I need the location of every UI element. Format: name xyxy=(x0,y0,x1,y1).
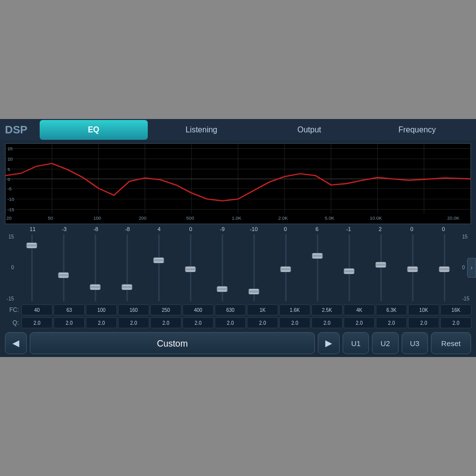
fc-cell-11[interactable]: 6.3K xyxy=(376,304,407,315)
fc-cell-1[interactable]: 63 xyxy=(54,304,85,315)
fader-handle-13[interactable] xyxy=(439,266,450,272)
q-label: Q: xyxy=(4,319,19,326)
fader-track-0[interactable] xyxy=(31,234,33,301)
fader-handle-2[interactable] xyxy=(90,284,101,290)
svg-text:2.0K: 2.0K xyxy=(278,216,288,221)
svg-text:15: 15 xyxy=(7,147,12,151)
reset-button[interactable]: Reset xyxy=(431,332,471,354)
fc-cell-4[interactable]: 250 xyxy=(150,304,181,315)
q-cell-6[interactable]: 2.0 xyxy=(215,317,246,328)
q-cell-11[interactable]: 2.0 xyxy=(376,317,407,328)
eq-graph[interactable]: 15 10 5 0 -5 -10 -15 20 50 100 200 500 1… xyxy=(5,143,471,224)
fc-cell-8[interactable]: 1.6K xyxy=(279,304,310,315)
fader-val-10: -1 xyxy=(333,226,364,232)
fader-handle-12[interactable] xyxy=(407,266,418,272)
fader-track-11[interactable] xyxy=(380,234,382,301)
fc-cell-10[interactable]: 4K xyxy=(344,304,375,315)
q-cell-5[interactable]: 2.0 xyxy=(182,317,214,328)
fader-track-3[interactable] xyxy=(126,234,128,301)
dsp-label: DSP xyxy=(5,123,35,136)
fader-track-2[interactable] xyxy=(95,234,96,301)
fc-cell-9[interactable]: 2.5K xyxy=(311,304,343,315)
fader-handle-6[interactable] xyxy=(217,286,228,292)
faders-container: 15 0 -15 xyxy=(0,232,476,303)
fader-track-8[interactable] xyxy=(285,234,287,301)
fc-cell-2[interactable]: 100 xyxy=(86,304,117,315)
q-cell-3[interactable]: 2.0 xyxy=(118,317,149,328)
app-container: DSP EQ Listening Output Frequency xyxy=(0,119,476,357)
svg-text:50: 50 xyxy=(48,216,53,221)
fader-col-9 xyxy=(301,232,333,303)
fader-track-9[interactable] xyxy=(317,234,318,301)
fader-handle-8[interactable] xyxy=(280,266,291,272)
fc-cell-3[interactable]: 160 xyxy=(118,304,149,315)
fader-handle-10[interactable] xyxy=(344,268,355,274)
fader-col-13 xyxy=(428,232,460,303)
fader-col-0 xyxy=(16,232,48,303)
q-cell-7[interactable]: 2.0 xyxy=(247,317,278,328)
fc-cell-0[interactable]: 40 xyxy=(21,304,53,315)
fader-track-10[interactable] xyxy=(349,234,350,301)
fader-val-3: -8 xyxy=(112,226,143,232)
fader-col-12 xyxy=(397,232,428,303)
fader-val-11: 2 xyxy=(364,226,396,232)
fader-track-7[interactable] xyxy=(253,234,255,301)
fader-col-3 xyxy=(111,232,143,303)
prev-button[interactable]: ◀ xyxy=(5,332,27,354)
svg-text:20: 20 xyxy=(6,216,11,221)
fader-val-1: -3 xyxy=(49,226,80,232)
tab-eq[interactable]: EQ xyxy=(40,120,148,140)
db-scale-left: 15 0 -15 xyxy=(4,232,16,303)
fc-cell-12[interactable]: 10K xyxy=(408,304,439,315)
q-cell-2[interactable]: 2.0 xyxy=(86,317,117,328)
fader-track-4[interactable] xyxy=(158,234,160,301)
fader-handle-3[interactable] xyxy=(121,284,132,290)
db-right-neg15: -15 xyxy=(462,296,472,301)
svg-text:500: 500 xyxy=(186,216,194,221)
fader-track-13[interactable] xyxy=(444,234,445,301)
fader-handle-0[interactable] xyxy=(26,242,37,248)
u3-button[interactable]: U3 xyxy=(402,332,428,354)
q-cell-9[interactable]: 2.0 xyxy=(311,317,343,328)
fader-track-1[interactable] xyxy=(63,234,64,301)
q-cell-10[interactable]: 2.0 xyxy=(344,317,375,328)
next-button[interactable]: ▶ xyxy=(318,332,340,354)
fader-handle-9[interactable] xyxy=(312,253,323,259)
side-arrow[interactable]: › xyxy=(467,258,476,278)
fader-values-row: 11 -3 -8 -8 4 0 -9 -10 0 6 -1 2 0 0 xyxy=(0,225,476,232)
svg-text:1.0K: 1.0K xyxy=(232,216,241,221)
q-cell-1[interactable]: 2.0 xyxy=(54,317,85,328)
q-cell-13[interactable]: 2.0 xyxy=(440,317,472,328)
fader-track-6[interactable] xyxy=(222,234,223,301)
tab-listening[interactable]: Listening xyxy=(148,120,256,140)
eq-curve-svg: 15 10 5 0 -5 -10 -15 20 50 100 200 500 1… xyxy=(5,144,471,223)
fader-handle-5[interactable] xyxy=(185,266,196,272)
fader-val-5: 0 xyxy=(175,226,207,232)
fader-track-5[interactable] xyxy=(190,234,191,301)
fc-cell-5[interactable]: 400 xyxy=(182,304,214,315)
q-cell-0[interactable]: 2.0 xyxy=(21,317,53,328)
fader-col-1 xyxy=(48,232,79,303)
tab-frequency[interactable]: Frequency xyxy=(363,120,472,140)
svg-text:-5: -5 xyxy=(7,187,11,191)
tab-output[interactable]: Output xyxy=(255,120,363,140)
fc-cell-13[interactable]: 16K xyxy=(440,304,472,315)
fader-val-6: -9 xyxy=(206,226,238,232)
fader-handle-11[interactable] xyxy=(375,262,386,268)
svg-text:5.0K: 5.0K xyxy=(325,216,334,221)
fader-track-12[interactable] xyxy=(412,234,414,301)
fader-col-10 xyxy=(333,232,365,303)
svg-text:10.0K: 10.0K xyxy=(370,216,382,221)
fader-val-8: 0 xyxy=(270,226,301,232)
q-cell-12[interactable]: 2.0 xyxy=(408,317,439,328)
q-cell-4[interactable]: 2.0 xyxy=(150,317,181,328)
fader-handle-4[interactable] xyxy=(153,257,164,263)
fader-val-12: 0 xyxy=(396,226,428,232)
u1-button[interactable]: U1 xyxy=(343,332,369,354)
fader-handle-1[interactable] xyxy=(58,272,69,278)
q-cell-8[interactable]: 2.0 xyxy=(279,317,310,328)
u2-button[interactable]: U2 xyxy=(372,332,398,354)
fader-handle-7[interactable] xyxy=(248,289,259,295)
fc-cell-7[interactable]: 1K xyxy=(247,304,278,315)
fc-cell-6[interactable]: 630 xyxy=(215,304,246,315)
